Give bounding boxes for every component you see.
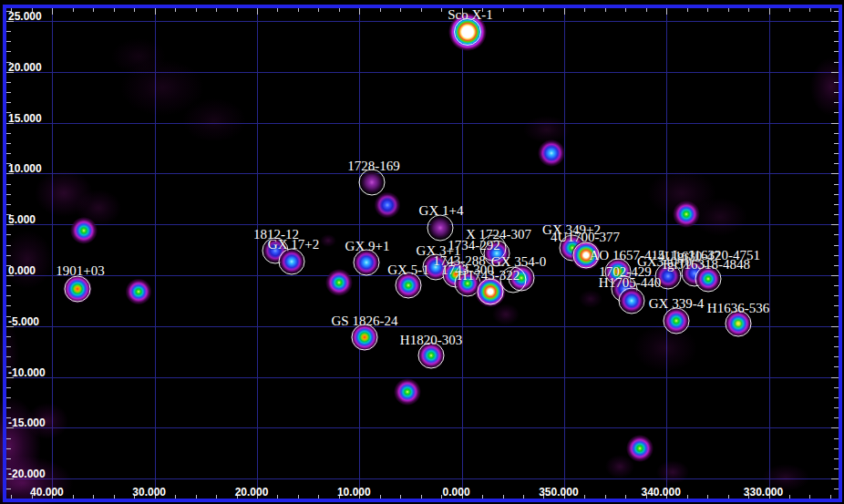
axis-tick: [605, 8, 606, 12]
gx-17-2-marker-circle: [279, 249, 305, 275]
axis-tick: [6, 387, 11, 388]
axis-tick: [834, 194, 839, 195]
axis-tick: [6, 11, 11, 12]
gx-1-4-label: GX 1+4: [419, 203, 464, 219]
axis-tick: [543, 8, 544, 12]
axis-tick: [834, 417, 839, 418]
axis-tick: [175, 495, 176, 499]
h1636-536-blob: [725, 310, 752, 337]
grid-line-horizontal: [6, 275, 839, 276]
axis-tick: [834, 245, 839, 246]
grid-line-vertical: [52, 8, 53, 499]
axis-tick: [728, 8, 729, 12]
grid-line-horizontal: [6, 224, 839, 225]
h1743-322-label: H1743-322: [458, 268, 520, 283]
1812-12-label: 1812-12: [253, 227, 299, 242]
axis-tick: [834, 407, 839, 408]
gx-354-0-label: GX 354-0: [491, 254, 546, 270]
h1705-440-marker-circle: [619, 288, 645, 314]
x-axis-tick-label: 10.000: [337, 486, 371, 499]
1728-169-blob: [360, 170, 384, 194]
axis-labels-layer: 25.00020.00015.00010.0005.0000.000-5.000…: [0, 0, 844, 504]
axis-tick: [834, 102, 839, 103]
axis-tick: [834, 255, 839, 256]
axis-tick: [318, 8, 319, 12]
axis-tick: [6, 173, 14, 174]
axis-tick: [114, 8, 115, 12]
grid-line-vertical: [359, 8, 360, 499]
axis-tick: [831, 72, 839, 73]
axis-tick: [6, 224, 14, 225]
axis-tick: [6, 346, 11, 347]
diffuse-emission-blob: [35, 170, 93, 217]
diffuse-emission-blob: [2, 231, 53, 289]
axis-tick: [6, 265, 11, 266]
axis-tick: [400, 495, 401, 499]
1901-03-marker-circle: [65, 276, 91, 303]
axis-tick: [52, 492, 53, 499]
1812-12-blob: [262, 238, 288, 263]
axis-tick: [503, 495, 504, 499]
axis-tick: [6, 255, 11, 256]
1743-288-blob: [442, 261, 469, 288]
axis-tick: [834, 11, 839, 12]
1743-300-label: 1743-300: [441, 262, 494, 278]
axis-tick: [6, 41, 11, 42]
ao-1657-415-blob: [604, 258, 632, 285]
axis-tick: [482, 495, 483, 499]
diffuse-emission-blob: [523, 116, 571, 143]
axis-tick: [646, 8, 647, 12]
grid-line-vertical: [769, 8, 770, 499]
gx-9-1-marker-circle: [354, 250, 380, 276]
axis-tick: [32, 495, 33, 499]
y-axis-tick-label: 20.000: [8, 61, 42, 74]
source-marker-circle: [500, 267, 527, 293]
axis-tick: [73, 495, 74, 499]
axis-tick: [6, 336, 11, 337]
1743-300-blob: [455, 271, 480, 296]
axis-tick: [482, 8, 483, 12]
grid-line-horizontal: [6, 478, 839, 479]
axis-tick: [809, 8, 810, 12]
axis-tick: [6, 82, 11, 83]
axis-tick: [834, 366, 839, 367]
axis-tick: [257, 492, 258, 499]
xray-sky-map-canvas[interactable]: Sco X-11901+031812-12GX 17+2GX 9+11728-1…: [0, 0, 844, 504]
x-axis-tick-label: 30.000: [132, 486, 166, 499]
axis-tick: [830, 8, 831, 12]
axis-tick: [6, 326, 14, 327]
axis-tick: [584, 495, 585, 499]
axis-tick: [831, 326, 839, 327]
diffuse-emission-blob: [810, 57, 844, 116]
axis-tick: [380, 495, 381, 499]
xray-source-blob: [375, 192, 401, 219]
h1705-440-blob: [619, 288, 644, 314]
axis-tick: [6, 72, 14, 73]
axis-tick: [834, 234, 839, 235]
gx-349-2-label: GX 349+2: [542, 222, 601, 238]
grid-line-vertical: [666, 8, 667, 499]
axis-tick: [707, 495, 708, 499]
axis-tick: [6, 123, 14, 124]
axis-tick: [6, 204, 11, 205]
axis-tick: [6, 366, 11, 367]
diffuse-emission-blob: [0, 396, 41, 497]
axis-tick: [6, 143, 11, 144]
axis-tick: [831, 173, 839, 174]
h1820-303-blob: [417, 342, 445, 369]
gx-5-1-label: GX 5-1: [387, 262, 428, 278]
h1820-303-marker-circle: [418, 343, 445, 369]
grid-line-vertical: [155, 8, 156, 499]
gx-5-1-marker-circle: [396, 273, 422, 299]
axis-tick: [6, 51, 11, 52]
axis-tick: [216, 8, 217, 12]
y-axis-tick-label: -20.000: [8, 468, 46, 480]
axis-tick: [831, 224, 839, 225]
gx-9-1-label: GX 9+1: [345, 239, 390, 254]
axis-tick: [6, 305, 11, 306]
axis-tick: [6, 153, 11, 154]
gx-17-2-label: GX 17+2: [268, 237, 319, 252]
axis-tick: [834, 184, 839, 185]
y-axis-tick-label: -15.000: [8, 417, 46, 429]
axis-tick: [339, 8, 340, 12]
